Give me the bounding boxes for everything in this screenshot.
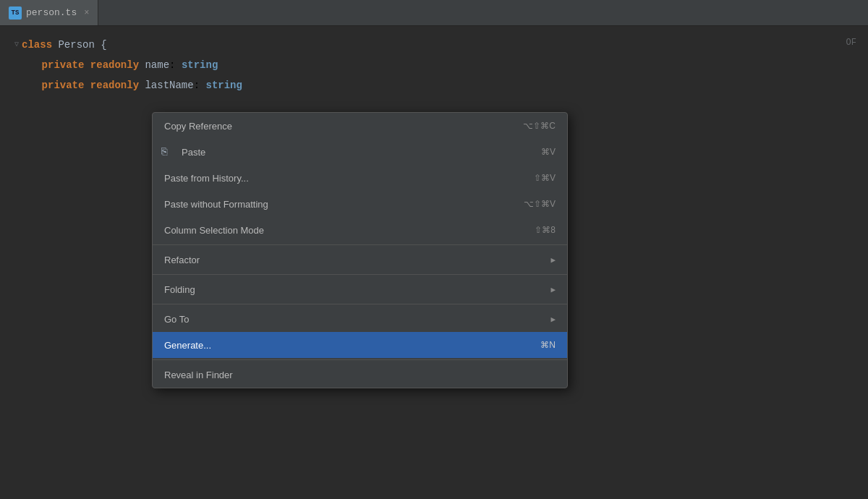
code-token: : (169, 55, 182, 75)
menu-separator (153, 274, 567, 275)
menu-item-shortcut: ⇧⌘V (534, 173, 556, 183)
menu-item-label: Reveal in Finder (164, 370, 233, 380)
menu-item-refactor[interactable]: Refactor▶ (153, 247, 567, 273)
menu-item-shortcut: ⌥⇧⌘V (524, 199, 556, 209)
menu-item-label: Folding (164, 284, 195, 295)
menu-separator (153, 244, 567, 245)
code-token: string (205, 75, 242, 95)
code-token: { (101, 35, 106, 55)
code-token (17, 55, 42, 75)
code-token: private (42, 55, 90, 75)
scrollbar-label: OF (846, 38, 856, 48)
menu-item-folding[interactable]: Folding▶ (153, 276, 567, 302)
menu-item-label: Copy Reference (164, 121, 232, 132)
menu-item-label: Refactor (164, 255, 200, 265)
menu-item-paste-no-format[interactable]: Paste without Formatting⌥⇧⌘V (153, 191, 567, 217)
code-token: readonly (90, 55, 145, 75)
paste-icon: ⎘ (161, 146, 167, 158)
menu-item-label: Paste (182, 147, 205, 158)
code-token: readonly (90, 75, 145, 95)
menu-item-generate[interactable]: Generate...⌘N (153, 332, 567, 358)
code-token: lastName (145, 75, 193, 95)
tab-filename: person.ts (26, 7, 77, 18)
code-token: name (145, 55, 169, 75)
code-line: ▽class Person { (14, 35, 868, 55)
tab-bar: TS person.ts × (0, 0, 868, 26)
menu-item-column-selection[interactable]: Column Selection Mode⇧⌘8 (153, 217, 567, 243)
menu-item-shortcut: ⌥⇧⌘C (523, 121, 556, 131)
editor-area: ▽class Person { private readonly name: s… (0, 26, 868, 104)
menu-item-copy-reference[interactable]: Copy Reference⌥⇧⌘C (153, 113, 567, 139)
menu-item-shortcut: ⌘V (541, 147, 556, 157)
menu-item-label: Column Selection Mode (164, 225, 264, 236)
menu-item-label: Paste from History... (164, 173, 249, 184)
code-token: class (22, 35, 58, 55)
context-menu: Copy Reference⌥⇧⌘C⎘Paste⌘VPaste from His… (152, 112, 568, 388)
ts-icon: TS (9, 7, 22, 20)
code-token: : (194, 75, 206, 95)
tab-close-button[interactable]: × (84, 8, 89, 18)
menu-separator (153, 359, 567, 360)
code-token (17, 75, 42, 95)
submenu-arrow-icon: ▶ (550, 255, 556, 265)
code-token: string (182, 55, 218, 75)
menu-separator (153, 304, 567, 304)
menu-item-shortcut: ⇧⌘8 (535, 225, 556, 235)
menu-item-label: Paste without Formatting (164, 199, 268, 210)
menu-item-label: Go To (164, 314, 189, 325)
submenu-arrow-icon: ▶ (550, 315, 556, 324)
code-line: private readonly lastName: string (14, 75, 868, 95)
menu-item-reveal-finder[interactable]: Reveal in Finder (153, 362, 567, 388)
code-token: private (42, 75, 90, 95)
menu-item-paste-history[interactable]: Paste from History...⇧⌘V (153, 165, 567, 191)
code-token: Person (58, 35, 101, 55)
file-tab[interactable]: TS person.ts × (0, 0, 98, 25)
code-line: private readonly name: string (14, 55, 868, 75)
menu-item-go-to[interactable]: Go To▶ (153, 306, 567, 332)
menu-item-shortcut: ⌘N (540, 340, 556, 350)
menu-item-label: Generate... (164, 340, 211, 351)
menu-item-paste[interactable]: ⎘Paste⌘V (153, 139, 567, 165)
fold-icon: ▽ (14, 35, 19, 55)
submenu-arrow-icon: ▶ (550, 285, 556, 294)
